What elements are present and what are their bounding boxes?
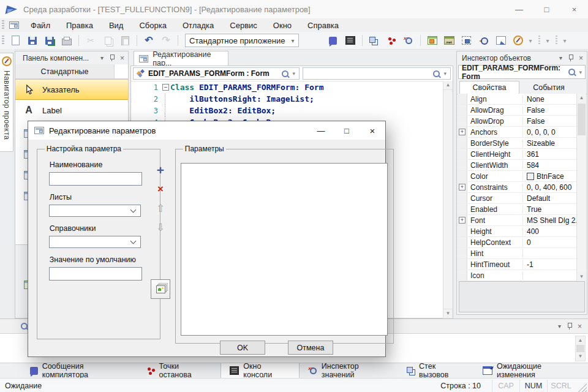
property-row[interactable]: +Anchors0, 0, 0, 0 bbox=[458, 127, 577, 138]
chevron-down-icon[interactable]: ▾ bbox=[443, 70, 447, 77]
dot-net-button[interactable] bbox=[442, 33, 458, 48]
new-file-button[interactable] bbox=[7, 33, 23, 48]
property-row[interactable]: AllowDragFalse bbox=[458, 105, 577, 116]
property-row[interactable]: HelpContext0 bbox=[458, 237, 577, 248]
drag-handle[interactable] bbox=[2, 36, 4, 45]
form-designer-button[interactable] bbox=[424, 33, 440, 48]
property-row[interactable]: ClientWidth584 bbox=[458, 160, 577, 171]
drag-handle[interactable] bbox=[538, 36, 540, 45]
inspector-object-combo[interactable]: EDIT_PARAMS_FORMForm: Form ▾ bbox=[458, 65, 586, 79]
pin-icon[interactable] bbox=[109, 55, 115, 61]
property-value[interactable]: 0 bbox=[523, 238, 577, 247]
bottom-tab-0[interactable]: Сообщения компилятора bbox=[21, 363, 138, 378]
property-value[interactable]: -1 bbox=[523, 260, 577, 269]
delete-param-button[interactable]: × bbox=[153, 182, 168, 197]
menu-item-0[interactable]: Файл bbox=[23, 19, 58, 32]
property-row[interactable]: ClientHeight361 bbox=[458, 149, 577, 160]
image-list-button[interactable] bbox=[151, 279, 170, 299]
property-value[interactable]: None bbox=[523, 95, 577, 104]
bottom-tab-3[interactable]: Инспектор значений bbox=[300, 363, 400, 378]
close-icon[interactable]: × bbox=[120, 54, 124, 62]
tab-project-navigator[interactable]: Навигатор проекта bbox=[0, 53, 13, 152]
toolbar-overflow-icon[interactable]: ▾ bbox=[564, 37, 567, 44]
property-value[interactable]: MS Shell Dlg 2... bbox=[523, 216, 577, 225]
bottom-tab-2[interactable]: Окно консоли bbox=[221, 363, 300, 378]
property-row[interactable]: +Constraints0, 0, 400, 600 bbox=[458, 182, 577, 193]
pin-icon[interactable] bbox=[567, 323, 572, 330]
save-button[interactable] bbox=[24, 33, 40, 48]
scroll-down-icon[interactable]: ▼ bbox=[443, 309, 453, 318]
property-row[interactable]: AllowDropFalse bbox=[458, 116, 577, 127]
property-row[interactable]: Icon bbox=[458, 270, 577, 281]
property-gutter[interactable]: + bbox=[458, 182, 467, 192]
tab-standard-components[interactable]: Стандартные bbox=[15, 67, 114, 76]
move-down-button[interactable]: ⇩ bbox=[153, 220, 168, 235]
drag-handle[interactable] bbox=[2, 20, 4, 30]
params-listbox[interactable] bbox=[181, 163, 388, 336]
code-line[interactable]: 2 ilButtonsRight: ImageList; bbox=[131, 93, 453, 105]
default-value-input[interactable] bbox=[49, 267, 142, 281]
scrollbar-thumb[interactable] bbox=[576, 345, 584, 352]
info-button[interactable] bbox=[325, 33, 341, 48]
scroll-up-icon[interactable]: ▲ bbox=[443, 81, 453, 90]
palette-item-label[interactable]: ALabel bbox=[15, 100, 128, 121]
property-value[interactable]: False bbox=[523, 106, 577, 115]
menu-item-7[interactable]: Справка bbox=[300, 19, 347, 32]
property-value[interactable]: True bbox=[523, 205, 577, 214]
scrollbar-thumb[interactable] bbox=[578, 104, 586, 135]
menu-item-3[interactable]: Сборка bbox=[131, 19, 175, 32]
maximize-button[interactable]: □ bbox=[533, 0, 560, 18]
property-value[interactable]: 361 bbox=[523, 150, 577, 159]
watch-button[interactable] bbox=[401, 33, 417, 48]
cascade-button[interactable] bbox=[366, 33, 382, 48]
tab-edit-params[interactable]: Редактирование пар... bbox=[134, 51, 228, 66]
dialog-maximize-button[interactable]: □ bbox=[334, 121, 360, 140]
code-line[interactable]: 1−Class EDIT_PARAMS_FORMForm: Form bbox=[131, 81, 453, 93]
chevron-down-icon[interactable]: ▾ bbox=[558, 323, 561, 330]
param-name-input[interactable] bbox=[49, 172, 142, 186]
property-value[interactable]: False bbox=[523, 117, 577, 126]
find-code-button[interactable] bbox=[476, 33, 492, 48]
undo-button[interactable]: ↶ bbox=[141, 33, 157, 48]
property-row[interactable]: EnabledTrue bbox=[458, 204, 577, 215]
property-row[interactable]: CursorDefault bbox=[458, 193, 577, 204]
property-value[interactable]: BtnFace bbox=[523, 172, 577, 181]
send-form-button[interactable] bbox=[493, 33, 509, 48]
chevron-down-icon[interactable]: ▾ bbox=[579, 69, 582, 75]
save-all-button[interactable] bbox=[42, 33, 58, 48]
chevron-down-icon[interactable]: ▾ bbox=[100, 55, 104, 61]
print-button[interactable] bbox=[59, 33, 75, 48]
property-row[interactable]: AlignNone bbox=[458, 94, 577, 105]
editor-search-box[interactable]: ▾ bbox=[303, 67, 451, 80]
dialog-minimize-button[interactable]: — bbox=[308, 121, 334, 140]
navigator-button[interactable] bbox=[510, 33, 526, 48]
member-combo[interactable]: EDIT_PARAMS_FORMForm : Form ▾ bbox=[133, 67, 300, 80]
bottom-tab-1[interactable]: Точки останова bbox=[138, 363, 221, 378]
bottom-tab-5[interactable]: Ожидающие изменения bbox=[474, 363, 588, 378]
property-value[interactable]: Sizeable bbox=[523, 139, 577, 148]
property-value[interactable]: Default bbox=[523, 194, 577, 203]
code-line[interactable]: 3 EditBox2: EditBox; bbox=[131, 105, 453, 116]
inspector-scrollbar[interactable]: ▲ ▼ bbox=[576, 94, 586, 281]
minimize-button[interactable]: — bbox=[505, 0, 533, 18]
select-form-button[interactable] bbox=[459, 33, 475, 48]
property-gutter[interactable]: + bbox=[458, 127, 467, 137]
resize-grip[interactable] bbox=[577, 382, 587, 392]
toolbar-overflow-icon[interactable]: ▾ bbox=[546, 37, 549, 44]
property-gutter[interactable]: + bbox=[458, 215, 467, 225]
expand-icon[interactable]: + bbox=[459, 217, 466, 224]
chevron-down-icon[interactable]: ▾ bbox=[292, 70, 295, 77]
scroll-up-icon[interactable]: ▲ bbox=[576, 336, 585, 345]
scroll-down-icon[interactable]: ▼ bbox=[577, 273, 586, 281]
expand-icon[interactable]: + bbox=[459, 129, 466, 135]
menu-item-4[interactable]: Отладка bbox=[175, 19, 222, 32]
sheets-select[interactable] bbox=[49, 205, 141, 217]
expand-icon[interactable]: + bbox=[459, 184, 466, 190]
console-button[interactable] bbox=[342, 33, 358, 48]
close-button[interactable]: × bbox=[560, 0, 588, 18]
property-row[interactable]: BorderStyleSizeable bbox=[458, 138, 577, 149]
property-row[interactable]: Height400 bbox=[458, 226, 577, 237]
chevron-down-icon[interactable]: ▾ bbox=[559, 55, 562, 61]
code-fold-icon[interactable]: − bbox=[162, 84, 169, 91]
scroll-up-icon[interactable]: ▲ bbox=[577, 94, 586, 102]
